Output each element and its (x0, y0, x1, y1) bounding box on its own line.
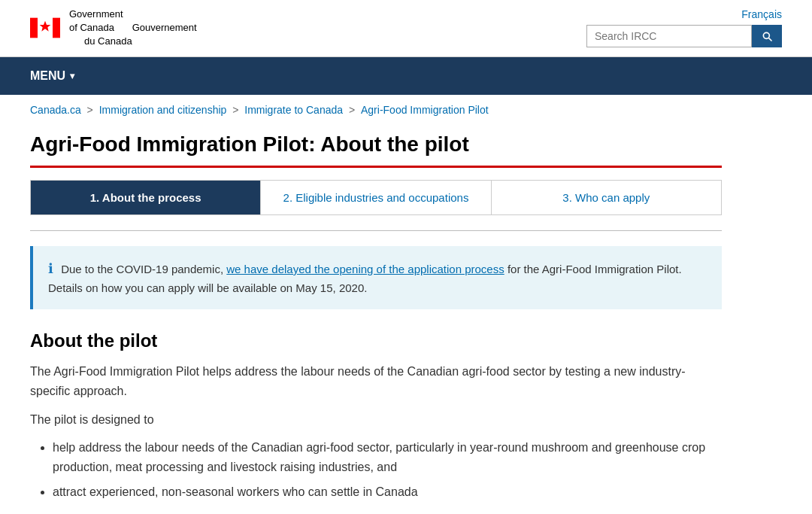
about-list: help address the labour needs of the Can… (53, 438, 722, 502)
breadcrumb-separator: > (87, 104, 96, 116)
menu-label: MENU (30, 69, 65, 83)
tab-eligible-industries[interactable]: 2. Eligible industries and occupations (261, 181, 491, 214)
breadcrumb-separator: > (349, 104, 358, 116)
info-icon: ℹ (48, 261, 53, 276)
government-name: Government of Canada Gouvernement du Can… (69, 8, 197, 49)
about-paragraph-1: The Agri-Food Immigration Pilot helps ad… (30, 362, 722, 400)
about-paragraph-2: The pilot is designed to (30, 410, 722, 430)
about-heading: About the pilot (30, 330, 722, 351)
info-link[interactable]: we have delayed the opening of the appli… (226, 263, 504, 275)
main-content: Agri-Food Immigration Pilot: About the p… (0, 125, 752, 514)
search-icon (761, 30, 773, 42)
header-right: Français (586, 8, 782, 47)
tabs: 1. About the process 2. Eligible industr… (30, 180, 722, 215)
chevron-down-icon: ▾ (70, 71, 74, 81)
breadcrumb-item-pilot[interactable]: Agri-Food Immigration Pilot (361, 104, 489, 116)
svg-rect-1 (53, 18, 60, 38)
page-title: Agri-Food Immigration Pilot: About the p… (30, 132, 722, 157)
tab-about-process[interactable]: 1. About the process (31, 181, 261, 214)
breadcrumb-item-canada[interactable]: Canada.ca (30, 104, 81, 116)
search-form (586, 25, 782, 47)
title-underline (30, 166, 722, 168)
breadcrumb: Canada.ca > Immigration and citizenship … (0, 95, 812, 125)
tab-who-can-apply[interactable]: 3. Who can apply (492, 181, 721, 214)
about-paragraph-3: This pilot will run until May 2023. (30, 511, 722, 514)
francais-link[interactable]: Français (741, 8, 782, 20)
svg-rect-0 (30, 18, 38, 38)
search-input[interactable] (586, 25, 752, 47)
about-section: About the pilot The Agri-Food Immigratio… (30, 330, 722, 514)
list-item: help address the labour needs of the Can… (53, 438, 722, 476)
breadcrumb-item-immigrate[interactable]: Immigrate to Canada (244, 104, 343, 116)
breadcrumb-item-immigration[interactable]: Immigration and citizenship (99, 104, 227, 116)
header: Government of Canada Gouvernement du Can… (0, 0, 812, 57)
info-box: ℹ Due to the COVID-19 pandemic, we have … (30, 246, 722, 310)
canada-flag-icon (30, 17, 60, 38)
nav-bar: MENU ▾ (0, 57, 812, 95)
search-button[interactable] (752, 25, 782, 47)
breadcrumb-separator: > (232, 104, 241, 116)
list-item: attract experienced, non-seasonal worker… (53, 482, 722, 502)
tabs-separator (30, 230, 722, 231)
info-text-before: Due to the COVID-19 pandemic, (61, 263, 226, 275)
logo-area: Government of Canada Gouvernement du Can… (30, 8, 197, 49)
menu-button[interactable]: MENU ▾ (30, 57, 88, 95)
